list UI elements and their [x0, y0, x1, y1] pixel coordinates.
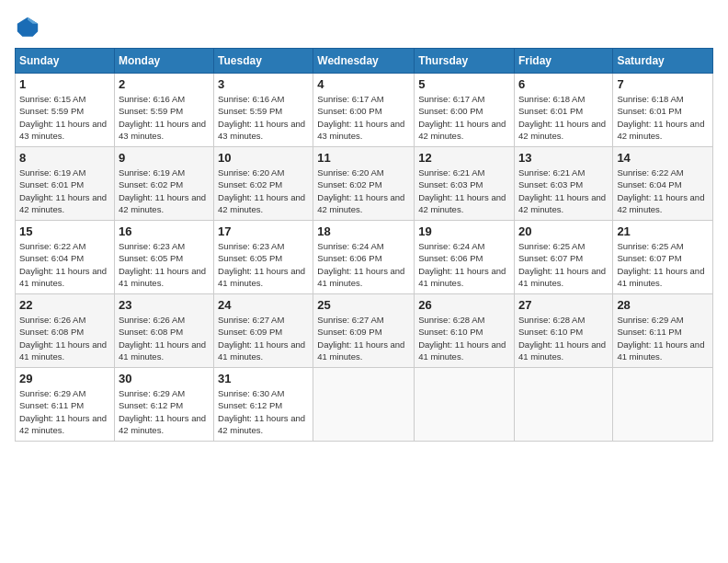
day-number: 31 [218, 372, 309, 385]
day-info: Sunrise: 6:21 AMSunset: 6:03 PMDaylight:… [418, 167, 510, 215]
calendar-week-row: 22 Sunrise: 6:26 AMSunset: 6:08 PMDaylig… [16, 294, 713, 368]
calendar-cell: 22 Sunrise: 6:26 AMSunset: 6:08 PMDaylig… [16, 294, 115, 368]
day-number: 26 [418, 298, 510, 312]
day-info: Sunrise: 6:26 AMSunset: 6:08 PMDaylight:… [119, 314, 210, 362]
day-number: 15 [19, 224, 110, 238]
day-info: Sunrise: 6:21 AMSunset: 6:03 PMDaylight:… [518, 167, 609, 215]
calendar-cell: 9 Sunrise: 6:19 AMSunset: 6:02 PMDayligh… [114, 147, 213, 221]
svg-marker-0 [17, 17, 38, 37]
calendar-cell: 8 Sunrise: 6:19 AMSunset: 6:01 PMDayligh… [16, 147, 115, 221]
day-number: 14 [617, 151, 709, 165]
calendar-cell [514, 368, 612, 442]
calendar-cell [613, 368, 713, 442]
day-info: Sunrise: 6:25 AMSunset: 6:07 PMDaylight:… [617, 240, 709, 289]
day-info: Sunrise: 6:20 AMSunset: 6:02 PMDaylight:… [317, 167, 410, 215]
day-info: Sunrise: 6:27 AMSunset: 6:09 PMDaylight:… [317, 314, 410, 362]
day-number: 21 [617, 224, 709, 238]
calendar-cell: 25 Sunrise: 6:27 AMSunset: 6:09 PMDaylig… [313, 294, 415, 368]
calendar-cell: 19 Sunrise: 6:24 AMSunset: 6:06 PMDaylig… [415, 221, 515, 294]
day-info: Sunrise: 6:25 AMSunset: 6:07 PMDaylight:… [518, 240, 609, 289]
calendar-cell: 31 Sunrise: 6:30 AMSunset: 6:12 PMDaylig… [214, 368, 313, 442]
weekday-header: Friday [514, 49, 612, 74]
calendar-cell: 14 Sunrise: 6:22 AMSunset: 6:04 PMDaylig… [613, 147, 713, 221]
day-number: 19 [418, 224, 510, 238]
weekday-header: Wednesday [313, 49, 415, 74]
day-info: Sunrise: 6:19 AMSunset: 6:02 PMDaylight:… [119, 167, 210, 215]
day-number: 9 [119, 151, 210, 165]
day-info: Sunrise: 6:20 AMSunset: 6:02 PMDaylight:… [218, 167, 309, 215]
day-info: Sunrise: 6:22 AMSunset: 6:04 PMDaylight:… [617, 167, 709, 215]
day-number: 11 [317, 151, 410, 165]
day-number: 23 [119, 298, 210, 312]
day-info: Sunrise: 6:28 AMSunset: 6:10 PMDaylight:… [418, 314, 510, 362]
day-number: 6 [518, 77, 609, 91]
calendar-cell [415, 368, 515, 442]
calendar-week-row: 8 Sunrise: 6:19 AMSunset: 6:01 PMDayligh… [16, 147, 713, 221]
day-info: Sunrise: 6:29 AMSunset: 6:11 PMDaylight:… [19, 387, 110, 436]
day-number: 17 [218, 224, 309, 238]
day-number: 8 [19, 151, 110, 165]
page-header [15, 15, 713, 40]
day-info: Sunrise: 6:18 AMSunset: 6:01 PMDaylight:… [518, 93, 609, 142]
day-number: 4 [317, 77, 410, 91]
day-info: Sunrise: 6:15 AMSunset: 5:59 PMDaylight:… [19, 93, 110, 142]
calendar-cell: 6 Sunrise: 6:18 AMSunset: 6:01 PMDayligh… [514, 74, 612, 147]
day-number: 24 [218, 298, 309, 312]
calendar-cell: 16 Sunrise: 6:23 AMSunset: 6:05 PMDaylig… [114, 221, 213, 294]
day-info: Sunrise: 6:24 AMSunset: 6:06 PMDaylight:… [418, 240, 510, 289]
calendar-cell: 21 Sunrise: 6:25 AMSunset: 6:07 PMDaylig… [613, 221, 713, 294]
day-number: 1 [19, 77, 110, 91]
calendar-table: SundayMondayTuesdayWednesdayThursdayFrid… [15, 48, 713, 442]
day-info: Sunrise: 6:27 AMSunset: 6:09 PMDaylight:… [218, 314, 309, 362]
day-number: 20 [518, 224, 609, 238]
calendar-cell: 7 Sunrise: 6:18 AMSunset: 6:01 PMDayligh… [613, 74, 713, 147]
calendar-cell: 26 Sunrise: 6:28 AMSunset: 6:10 PMDaylig… [415, 294, 515, 368]
day-info: Sunrise: 6:29 AMSunset: 6:11 PMDaylight:… [617, 314, 709, 362]
weekday-header: Saturday [613, 49, 713, 74]
day-info: Sunrise: 6:23 AMSunset: 6:05 PMDaylight:… [119, 240, 210, 289]
calendar-cell: 30 Sunrise: 6:29 AMSunset: 6:12 PMDaylig… [114, 368, 213, 442]
day-info: Sunrise: 6:17 AMSunset: 6:00 PMDaylight:… [317, 93, 410, 142]
day-number: 10 [218, 151, 309, 165]
calendar-cell: 12 Sunrise: 6:21 AMSunset: 6:03 PMDaylig… [415, 147, 515, 221]
day-info: Sunrise: 6:23 AMSunset: 6:05 PMDaylight:… [218, 240, 309, 289]
logo [15, 15, 44, 40]
calendar-cell: 1 Sunrise: 6:15 AMSunset: 5:59 PMDayligh… [16, 74, 115, 147]
day-number: 28 [617, 298, 709, 312]
day-info: Sunrise: 6:28 AMSunset: 6:10 PMDaylight:… [518, 314, 609, 362]
day-number: 2 [119, 77, 210, 91]
calendar-header-row: SundayMondayTuesdayWednesdayThursdayFrid… [16, 49, 713, 74]
day-number: 25 [317, 298, 410, 312]
day-info: Sunrise: 6:26 AMSunset: 6:08 PMDaylight:… [19, 314, 110, 362]
day-number: 7 [617, 77, 709, 91]
calendar-cell: 18 Sunrise: 6:24 AMSunset: 6:06 PMDaylig… [313, 221, 415, 294]
day-info: Sunrise: 6:18 AMSunset: 6:01 PMDaylight:… [617, 93, 709, 142]
day-info: Sunrise: 6:24 AMSunset: 6:06 PMDaylight:… [317, 240, 410, 289]
day-number: 12 [418, 151, 510, 165]
calendar-cell: 3 Sunrise: 6:16 AMSunset: 5:59 PMDayligh… [214, 74, 313, 147]
calendar-cell: 20 Sunrise: 6:25 AMSunset: 6:07 PMDaylig… [514, 221, 612, 294]
calendar-cell: 4 Sunrise: 6:17 AMSunset: 6:00 PMDayligh… [313, 74, 415, 147]
calendar-cell: 23 Sunrise: 6:26 AMSunset: 6:08 PMDaylig… [114, 294, 213, 368]
day-info: Sunrise: 6:30 AMSunset: 6:12 PMDaylight:… [218, 387, 309, 436]
calendar-cell: 29 Sunrise: 6:29 AMSunset: 6:11 PMDaylig… [16, 368, 115, 442]
day-info: Sunrise: 6:29 AMSunset: 6:12 PMDaylight:… [119, 387, 210, 436]
day-number: 18 [317, 224, 410, 238]
day-number: 5 [418, 77, 510, 91]
calendar-cell: 2 Sunrise: 6:16 AMSunset: 5:59 PMDayligh… [114, 74, 213, 147]
weekday-header: Tuesday [214, 49, 313, 74]
calendar-cell: 28 Sunrise: 6:29 AMSunset: 6:11 PMDaylig… [613, 294, 713, 368]
calendar-cell: 27 Sunrise: 6:28 AMSunset: 6:10 PMDaylig… [514, 294, 612, 368]
day-number: 3 [218, 77, 309, 91]
calendar-cell: 13 Sunrise: 6:21 AMSunset: 6:03 PMDaylig… [514, 147, 612, 221]
day-info: Sunrise: 6:16 AMSunset: 5:59 PMDaylight:… [119, 93, 210, 142]
calendar-week-row: 1 Sunrise: 6:15 AMSunset: 5:59 PMDayligh… [16, 74, 713, 147]
day-number: 22 [19, 298, 110, 312]
weekday-header: Monday [114, 49, 213, 74]
calendar-cell: 24 Sunrise: 6:27 AMSunset: 6:09 PMDaylig… [214, 294, 313, 368]
day-info: Sunrise: 6:22 AMSunset: 6:04 PMDaylight:… [19, 240, 110, 289]
weekday-header: Sunday [16, 49, 115, 74]
calendar-cell: 5 Sunrise: 6:17 AMSunset: 6:00 PMDayligh… [415, 74, 515, 147]
calendar-week-row: 15 Sunrise: 6:22 AMSunset: 6:04 PMDaylig… [16, 221, 713, 294]
calendar-cell: 10 Sunrise: 6:20 AMSunset: 6:02 PMDaylig… [214, 147, 313, 221]
